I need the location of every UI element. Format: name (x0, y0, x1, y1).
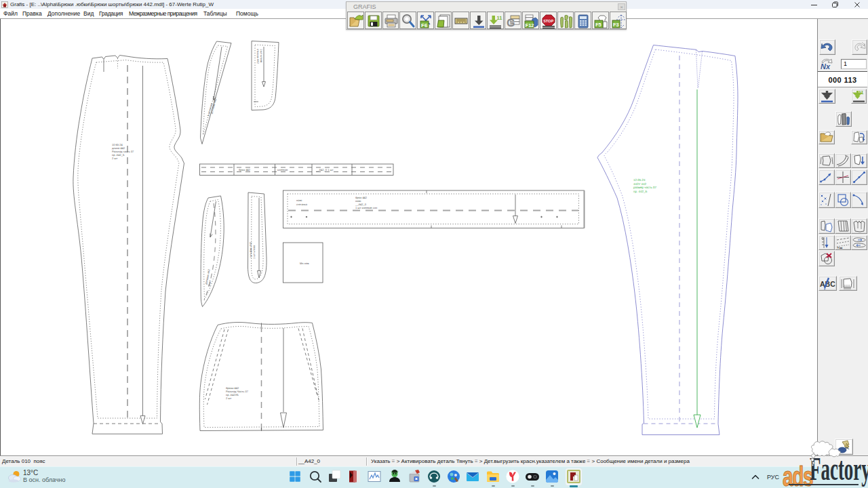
svg-text:442У 442: 442У 442 (633, 182, 647, 186)
svg-text:__А42_0 1 шт: __А42_0 1 шт (315, 168, 334, 171)
svg-text:стеганка: стеганка (296, 203, 308, 206)
svg-text:F3: F3 (613, 22, 619, 28)
svg-text:клеевая: клеевая (277, 168, 288, 171)
svg-text:F5: F5 (595, 22, 601, 28)
svg-text:пояс: пояс (296, 199, 302, 202)
svg-text:1 шт клеев: 1 шт клеев (260, 49, 263, 62)
svg-text:F12: F12 (526, 22, 534, 28)
svg-text:G: G (507, 18, 515, 29)
svg-text:F6: F6 (421, 22, 428, 28)
svg-text:2 шт: 2 шт (226, 396, 232, 400)
svg-text:Мп леж: Мп леж (300, 262, 309, 265)
svg-text:12.05.24: 12.05.24 (633, 178, 646, 182)
svg-text:размер часть 07: размер часть 07 (633, 186, 657, 189)
svg-text:брюк 442: брюк 442 (239, 168, 251, 171)
svg-text:1 шт: 1 шт (208, 280, 212, 286)
svg-text:1 шт клеев: 1 шт клеев (252, 245, 256, 259)
svg-text:STOP: STOP (543, 19, 553, 23)
svg-text:+••: +•• (837, 245, 843, 249)
svg-text:Nx: Nx (821, 62, 831, 70)
svg-text:1 шт клеевая слн: 1 шт клеевая слн (355, 206, 377, 209)
svg-text:2 шт: 2 шт (112, 157, 118, 160)
svg-text:пр. 442_Б: пр. 442_Б (633, 190, 647, 193)
svg-text:откосок 442: откосок 442 (256, 49, 260, 64)
